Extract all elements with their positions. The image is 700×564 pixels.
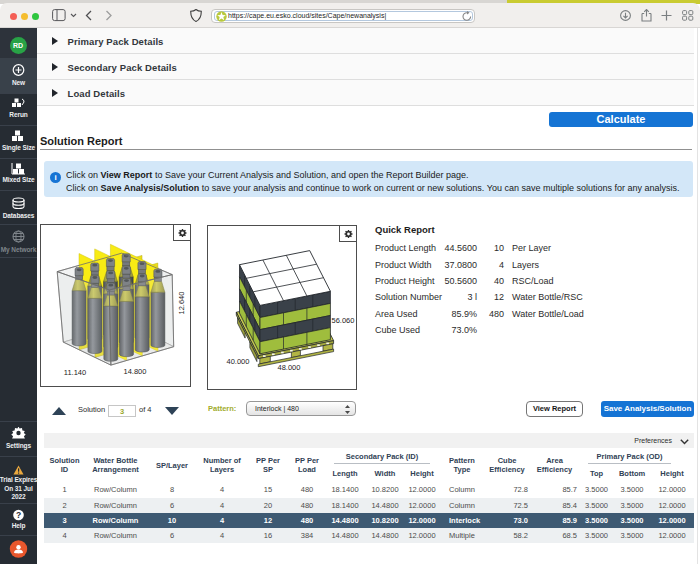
svg-text:56.060: 56.060: [332, 316, 355, 325]
svg-text:?: ?: [16, 510, 21, 520]
svg-text:40.000: 40.000: [227, 357, 250, 366]
svg-text:12.640: 12.640: [177, 292, 186, 315]
svg-text:48.000: 48.000: [278, 363, 301, 372]
svg-text:14.800: 14.800: [124, 367, 147, 376]
svg-text:11.140: 11.140: [64, 368, 86, 377]
